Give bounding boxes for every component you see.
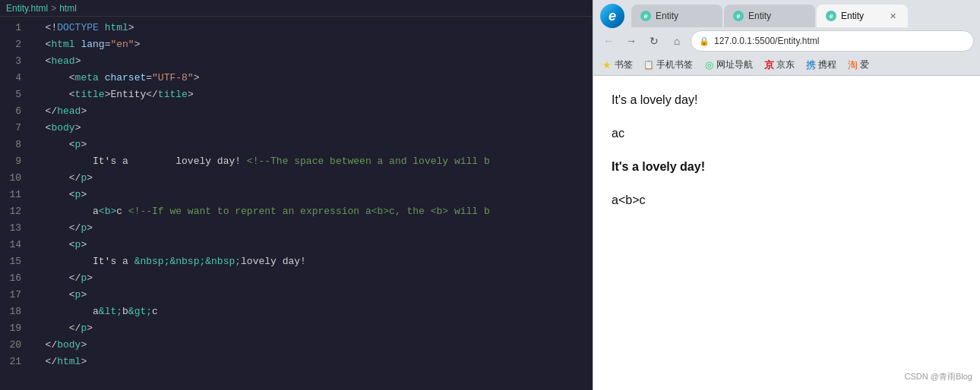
code-token-entity: &lt; — [99, 306, 122, 317]
code-token-text: c — [116, 206, 128, 217]
bookmark-item-3[interactable]: 京京东 — [761, 58, 797, 71]
code-token-punct — [99, 72, 105, 83]
browser-logo-icon: e — [600, 4, 624, 28]
code-token-punct: <! — [33, 22, 57, 33]
code-token-punct: </ — [33, 272, 81, 284]
bookmark-label-0: 书签 — [615, 59, 633, 71]
bookmark-label-2: 网址导航 — [716, 59, 753, 71]
code-token-punct: < — [33, 189, 75, 200]
code-content[interactable]: <!DOCTYPE html> <html lang="en"> <head> … — [27, 17, 593, 390]
home-button[interactable]: ⌂ — [668, 32, 686, 50]
bookmark-icon-taobao: 淘 — [847, 60, 858, 71]
code-line: <meta charset="UTF-8"> — [33, 70, 593, 86]
bookmark-label-5: 爱 — [860, 59, 869, 71]
browser-tab-0[interactable]: eEntity — [631, 5, 722, 27]
code-token-text: b — [122, 306, 128, 317]
code-line: </body> — [33, 337, 593, 354]
code-editor: Entity.html > html 123456789101112131415… — [0, 0, 593, 390]
line-number: 20 — [0, 337, 21, 354]
code-token-str: "en" — [110, 39, 134, 50]
code-token-punct: = — [146, 72, 152, 83]
code-token-punct: > — [188, 89, 194, 100]
line-number: 6 — [0, 103, 21, 120]
bookmark-item-2[interactable]: ◎网址导航 — [701, 58, 755, 71]
code-token-punct: > — [75, 55, 81, 67]
code-token-punct: < — [33, 55, 51, 67]
code-line: </p> — [33, 220, 593, 237]
bookmark-item-1[interactable]: 📋手机书签 — [641, 58, 695, 71]
code-line: </p> — [33, 270, 593, 287]
code-token-punct: </ — [33, 339, 57, 351]
code-token-entity: <b> — [99, 206, 116, 217]
bookmark-item-5[interactable]: 淘爱 — [845, 58, 871, 71]
code-token-tag: html — [105, 22, 128, 33]
line-number: 18 — [0, 304, 21, 320]
code-line: <body> — [33, 120, 593, 137]
code-line: </head> — [33, 103, 593, 120]
code-token-comment: <!--The space between a and lovely will … — [247, 156, 490, 167]
line-number: 13 — [0, 220, 21, 237]
bookmark-item-0[interactable]: ★书签 — [599, 58, 635, 71]
code-token-tag: html — [57, 356, 81, 367]
code-token-punct: > — [87, 172, 93, 184]
code-token-text: c — [152, 306, 158, 317]
nav-bar: ← → ↻ ⌂ 🔒 127.0.0.1:5500/Entity.html — [593, 27, 980, 55]
preview-line3: It's a lovely day! — [612, 158, 962, 176]
line-number: 17 — [0, 287, 21, 304]
preview-line1: It's a lovely day! — [612, 91, 962, 109]
line-number: 4 — [0, 70, 21, 86]
line-number: 10 — [0, 170, 21, 187]
forward-button[interactable]: → — [622, 32, 640, 50]
line-numbers: 123456789101112131415161718192021 — [0, 17, 27, 390]
line-number: 12 — [0, 203, 21, 220]
code-token-punct: > — [75, 122, 81, 134]
bookmark-icon-jd: 京 — [763, 60, 774, 71]
breadcrumb-lang: html — [59, 3, 77, 14]
line-number: 9 — [0, 153, 21, 170]
browser-content: It's a lovely day!acIt's a lovely day!a<… — [593, 76, 980, 390]
code-line: a&lt;b&gt;c — [33, 304, 593, 320]
refresh-button[interactable]: ↻ — [645, 32, 663, 50]
code-token-punct: </ — [33, 222, 81, 234]
code-token-attr: lang — [81, 39, 104, 50]
code-token-text: Entity — [110, 89, 146, 100]
tab-icon-2: e — [826, 11, 836, 21]
breadcrumb-file: Entity.html — [6, 3, 48, 14]
bookmark-icon-ctrip: 携 — [805, 60, 816, 71]
code-line: <p> — [33, 287, 593, 304]
code-token-tag: body — [51, 122, 74, 134]
code-token-entity: &nbsp; — [205, 256, 241, 267]
browser-panel: e eEntityeEntityeEntity✕ ← → ↻ ⌂ 🔒 127.0… — [593, 0, 980, 390]
code-token-punct: > — [194, 72, 200, 83]
code-token-entity: &nbsp; — [134, 256, 170, 267]
line-number: 14 — [0, 237, 21, 253]
browser-logo: e — [593, 5, 631, 27]
code-token-punct: </ — [33, 172, 81, 184]
code-token-punct: > — [81, 289, 87, 300]
back-button[interactable]: ← — [599, 32, 618, 50]
tab-icon-1: e — [733, 11, 744, 21]
code-token-punct: > — [128, 22, 134, 33]
code-token-text: a — [33, 306, 99, 317]
code-token-kw: DOCTYPE — [57, 22, 99, 33]
tab-close-button-2[interactable]: ✕ — [887, 10, 899, 22]
tab-bar: e eEntityeEntityeEntity✕ — [593, 0, 980, 27]
code-token-punct: </ — [146, 89, 158, 100]
code-line: <html lang="en"> — [33, 36, 593, 53]
browser-tab-2[interactable]: eEntity✕ — [817, 5, 908, 27]
code-token-punct: </ — [33, 356, 57, 367]
code-line: <head> — [33, 53, 593, 70]
bookmark-item-4[interactable]: 携携程 — [803, 58, 839, 71]
code-token-punct: < — [33, 39, 51, 50]
line-number: 7 — [0, 120, 21, 137]
browser-tab-1[interactable]: eEntity — [724, 5, 815, 27]
code-token-punct: > — [81, 105, 87, 117]
address-bar[interactable]: 🔒 127.0.0.1:5500/Entity.html — [691, 30, 974, 52]
code-area[interactable]: 123456789101112131415161718192021 <!DOCT… — [0, 17, 593, 390]
breadcrumb-sep: > — [51, 3, 56, 14]
code-token-punct: > — [81, 139, 87, 150]
code-line: </p> — [33, 170, 593, 187]
code-token-punct: > — [81, 189, 87, 200]
code-token-punct: </ — [33, 322, 81, 334]
line-number: 2 — [0, 36, 21, 53]
